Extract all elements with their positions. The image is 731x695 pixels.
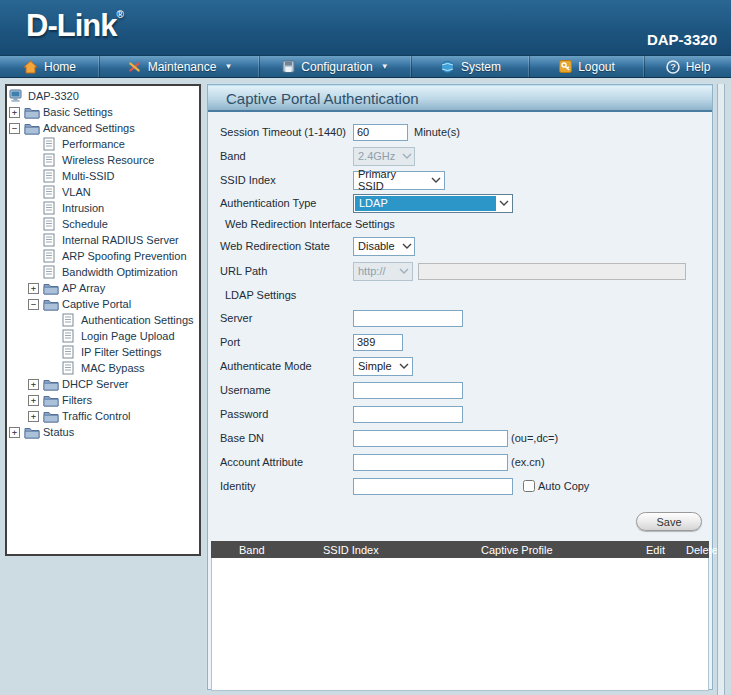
tree-indent	[9, 248, 28, 264]
password-input[interactable]	[353, 406, 463, 423]
app-window: D-Link® DAP-3320 Home Maintenance ▼ Conf…	[0, 0, 731, 695]
web-redirection-section-header: Web Redirection Interface Settings	[208, 214, 712, 234]
tree-item-authentication-settings[interactable]: Authentication Settings	[9, 312, 199, 328]
tree-item-label: Performance	[61, 138, 125, 150]
tree-expander-minus-icon[interactable]: −	[28, 296, 43, 312]
table-header-row: Band SSID Index Captive Profile Edit Del…	[211, 541, 709, 558]
account-attribute-input[interactable]	[353, 454, 508, 471]
auth-type-row: Authentication Type LDAP	[208, 192, 712, 214]
tree-expander-plus-icon[interactable]: +	[28, 280, 43, 296]
doc-icon	[43, 152, 61, 168]
tree-item-label: Intrusion	[61, 202, 104, 214]
tree-indent	[9, 296, 28, 312]
tree-item-label: Captive Portal	[61, 298, 131, 310]
tree-item-label: Bandwidth Optimization	[61, 266, 178, 278]
col-captive-profile: Captive Profile	[451, 544, 641, 556]
account-attribute-label: Account Attribute	[220, 456, 353, 468]
tree-item-label: IP Filter Settings	[80, 346, 162, 358]
page-title: Captive Portal Authentication	[208, 85, 712, 112]
tree-item-vlan[interactable]: VLAN	[9, 184, 199, 200]
web-redirection-state-select[interactable]: Disable	[353, 237, 415, 256]
tree-item-ap-array[interactable]: +AP Array	[9, 280, 199, 296]
username-label: Username	[220, 384, 353, 396]
chevron-down-icon	[396, 268, 412, 274]
chevron-down-icon: ▼	[224, 62, 232, 71]
nav-home[interactable]: Home	[0, 56, 100, 77]
base-dn-label: Base DN	[220, 432, 353, 444]
tree-item-label: ARP Spoofing Prevention	[61, 250, 187, 262]
base-dn-input[interactable]	[353, 430, 508, 447]
tree-item-label: DHCP Server	[61, 378, 128, 390]
registered-mark: ®	[116, 9, 123, 20]
tree-indent	[9, 152, 28, 168]
tree-item-label: Traffic Control	[61, 410, 130, 422]
port-input[interactable]	[353, 334, 403, 351]
tree-item-multi-ssid[interactable]: Multi-SSID	[9, 168, 199, 184]
auth-type-select[interactable]: LDAP	[353, 194, 513, 213]
authenticate-mode-select[interactable]: Simple	[353, 357, 413, 376]
server-input[interactable]	[353, 310, 463, 327]
tree-item-mac-bypass[interactable]: MAC Bypass	[9, 360, 199, 376]
globe-icon	[440, 60, 455, 74]
tree-item-basic-settings[interactable]: +Basic Settings	[9, 104, 199, 120]
port-label: Port	[220, 336, 353, 348]
tree-item-dhcp-server[interactable]: +DHCP Server	[9, 376, 199, 392]
doc-icon	[43, 248, 61, 264]
tree-item-arp-spoofing-prevention[interactable]: ARP Spoofing Prevention	[9, 248, 199, 264]
tree-item-bandwidth-optimization[interactable]: Bandwidth Optimization	[9, 264, 199, 280]
ssid-index-select[interactable]: Primary SSID	[353, 171, 445, 190]
tree-item-intrusion[interactable]: Intrusion	[9, 200, 199, 216]
doc-icon	[62, 312, 80, 328]
tree-item-schedule[interactable]: Schedule	[9, 216, 199, 232]
tree-item-advanced-settings[interactable]: −Advanced Settings	[9, 120, 199, 136]
tree-item-ip-filter-settings[interactable]: IP Filter Settings	[9, 344, 199, 360]
tree-item-filters[interactable]: +Filters	[9, 392, 199, 408]
tree-item-traffic-control[interactable]: +Traffic Control	[9, 408, 199, 424]
tree-item-dap-3320[interactable]: DAP-3320	[9, 88, 199, 104]
tree-expander-minus-icon[interactable]: −	[9, 120, 24, 136]
nav-help[interactable]: ? Help	[645, 56, 731, 77]
tree-expander-plus-icon[interactable]: +	[28, 392, 43, 408]
home-icon	[23, 60, 38, 74]
help-icon: ?	[666, 60, 680, 74]
nav-system[interactable]: System	[412, 56, 530, 77]
tree-expander-plus-icon[interactable]: +	[9, 104, 24, 120]
tree-expander-plus-icon[interactable]: +	[28, 376, 43, 392]
tree-indent	[9, 408, 28, 424]
username-row: Username	[208, 378, 712, 402]
identity-row: Identity Auto Copy	[208, 474, 712, 498]
username-input[interactable]	[353, 382, 463, 399]
session-timeout-input[interactable]	[353, 124, 408, 141]
url-path-input	[418, 263, 686, 280]
col-ssid-index: SSID Index	[301, 544, 451, 556]
identity-input[interactable]	[353, 478, 513, 495]
nav-logout[interactable]: Logout	[530, 56, 645, 77]
tree-indent	[28, 312, 47, 328]
auto-copy-checkbox[interactable]	[523, 480, 535, 492]
folder-icon	[43, 392, 61, 408]
tree-indent	[9, 264, 28, 280]
nav-maintenance[interactable]: Maintenance ▼	[100, 56, 260, 77]
tree-item-label: Authentication Settings	[80, 314, 194, 326]
tree-item-login-page-upload[interactable]: Login Page Upload	[9, 328, 199, 344]
folder-icon	[43, 408, 61, 424]
captive-portal-form: Session Timeout (1-1440) Minute(s) Band …	[208, 112, 712, 531]
authenticate-mode-label: Authenticate Mode	[220, 360, 353, 372]
doc-icon	[62, 360, 80, 376]
tree-item-wireless-resource[interactable]: Wireless Resource	[9, 152, 199, 168]
band-label: Band	[220, 150, 353, 162]
nav-configuration[interactable]: Configuration ▼	[260, 56, 412, 77]
tree-item-label: Login Page Upload	[80, 330, 175, 342]
password-label: Password	[220, 408, 353, 420]
tree-expander-plus-icon[interactable]: +	[28, 408, 43, 424]
tree-item-internal-radius-server[interactable]: Internal RADIUS Server	[9, 232, 199, 248]
tree-item-captive-portal[interactable]: −Captive Portal	[9, 296, 199, 312]
doc-icon	[43, 168, 61, 184]
tree-item-performance[interactable]: Performance	[9, 136, 199, 152]
tree-item-status[interactable]: +Status	[9, 424, 199, 440]
doc-icon	[62, 328, 80, 344]
save-button[interactable]: Save	[636, 512, 702, 531]
tree-item-label: Multi-SSID	[61, 170, 115, 182]
auto-copy-label: Auto Copy	[538, 480, 589, 492]
tree-expander-plus-icon[interactable]: +	[9, 424, 24, 440]
